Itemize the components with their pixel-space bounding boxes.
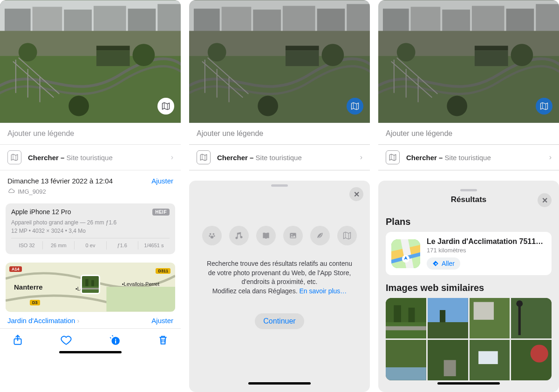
svg-point-35 bbox=[211, 236, 214, 238]
svg-point-33 bbox=[209, 235, 210, 237]
home-indicator[interactable] bbox=[437, 382, 500, 385]
similar-image[interactable] bbox=[511, 298, 552, 338]
similar-image[interactable] bbox=[386, 340, 426, 380]
road-badge-d3: D3 bbox=[30, 300, 40, 305]
svg-rect-30 bbox=[115, 340, 116, 344]
svg-rect-42 bbox=[428, 322, 468, 338]
visual-lookup-row: Chercher – Site touristique › bbox=[378, 145, 559, 170]
svg-rect-41 bbox=[428, 298, 468, 322]
close-button[interactable]: ✕ bbox=[538, 193, 552, 207]
caption-input: Ajouter une légende bbox=[189, 123, 370, 145]
svg-rect-45 bbox=[473, 302, 493, 320]
filename-row: IMG_9092 bbox=[7, 188, 173, 195]
svg-point-31 bbox=[210, 233, 211, 235]
similar-image[interactable] bbox=[428, 340, 468, 380]
caption-input: Ajouter une légende bbox=[378, 123, 559, 145]
svg-rect-43 bbox=[440, 310, 445, 322]
continue-button[interactable]: Continuer bbox=[255, 313, 304, 329]
photo-preview[interactable] bbox=[0, 0, 181, 123]
visual-lookup-row: Chercher – Site touristique › bbox=[189, 145, 370, 170]
lookup-intro-sheet: ✕ Recherche trouve des résultats relatif… bbox=[189, 181, 370, 392]
svg-rect-54 bbox=[478, 351, 498, 364]
similar-images-grid bbox=[386, 298, 552, 380]
sheet-grabber[interactable] bbox=[460, 189, 477, 191]
svg-rect-49 bbox=[386, 340, 426, 367]
map-badge-button[interactable] bbox=[157, 98, 174, 115]
results-title: Résultats bbox=[451, 195, 487, 204]
exif-iso: ISO 32 bbox=[11, 241, 43, 250]
exif-focal: 26 mm bbox=[43, 241, 75, 250]
category-leaf-icon bbox=[310, 226, 330, 245]
location-name-link[interactable]: Jardin d'Acclimatation› bbox=[7, 317, 79, 324]
share-button[interactable] bbox=[11, 333, 24, 346]
results-sheet: Résultats ✕ Plans Le Jardin d'Accli bbox=[378, 181, 559, 392]
category-map-icon bbox=[337, 226, 357, 245]
info-lookup-button[interactable] bbox=[108, 333, 121, 346]
delete-button[interactable] bbox=[157, 333, 170, 346]
category-book-icon bbox=[256, 226, 276, 245]
svg-point-32 bbox=[213, 233, 215, 235]
lookup-info-text: Recherche trouve des résultats relatifs … bbox=[207, 259, 352, 296]
svg-point-38 bbox=[291, 234, 293, 236]
similar-image[interactable] bbox=[428, 298, 468, 338]
category-image-icon bbox=[283, 226, 303, 245]
map-photo-pin bbox=[81, 275, 100, 294]
apple-maps-icon bbox=[391, 239, 420, 268]
photo-toolbar bbox=[0, 328, 181, 346]
similar-image[interactable] bbox=[511, 340, 552, 380]
svg-rect-26 bbox=[106, 287, 175, 311]
visual-lookup-row[interactable]: Chercher – Site touristique › bbox=[0, 145, 181, 170]
camera-model: Apple iPhone 12 Pro bbox=[11, 208, 71, 216]
camera-info-card: Apple iPhone 12 Pro HEIF Appareil photo … bbox=[6, 203, 175, 254]
home-indicator[interactable] bbox=[59, 351, 122, 353]
similar-image[interactable] bbox=[386, 298, 426, 338]
specs-line: 12 MP • 4032 × 3024 • 3,4 Mo bbox=[11, 228, 170, 234]
favorite-button[interactable] bbox=[60, 333, 73, 346]
panel-2-lookup-intro: Ajouter une légende Chercher – Site tour… bbox=[189, 0, 370, 392]
caption-input[interactable]: Ajouter une légende bbox=[0, 123, 181, 145]
exif-ev: 0 ev bbox=[75, 241, 106, 250]
road-badge-a14: A14 bbox=[9, 266, 22, 272]
chevron-right-icon: › bbox=[171, 153, 173, 162]
svg-point-34 bbox=[213, 235, 215, 237]
exif-fstop: ƒ1.6 bbox=[107, 241, 138, 250]
maps-result-card[interactable]: Le Jardin d'Acclimatation 75116 Pa… 171 … bbox=[386, 232, 552, 275]
place-distance: 171 kilomètres bbox=[427, 247, 546, 254]
svg-rect-36 bbox=[266, 233, 266, 239]
location-map[interactable]: A14 D311 D3 Nanterre •La I •Levallois-Pe… bbox=[6, 263, 175, 312]
place-title: Le Jardin d'Acclimatation 75116 Pa… bbox=[427, 237, 546, 246]
lens-info: Appareil photo grand angle — 26 mm ƒ1.6 bbox=[11, 219, 170, 226]
adjust-date-button[interactable]: Ajuster bbox=[151, 177, 173, 185]
map-label-lev: •Levallois-Perret bbox=[122, 281, 159, 287]
category-paw-icon bbox=[202, 226, 222, 245]
home-indicator[interactable] bbox=[248, 382, 311, 385]
svg-point-56 bbox=[531, 345, 548, 362]
format-badge: HEIF bbox=[152, 209, 170, 216]
svg-rect-52 bbox=[443, 360, 456, 376]
map-icon bbox=[386, 150, 400, 164]
adjust-location-button[interactable]: Ajuster bbox=[151, 317, 173, 324]
svg-rect-50 bbox=[386, 367, 426, 380]
road-badge-d311: D311 bbox=[156, 268, 170, 274]
close-button[interactable]: ✕ bbox=[349, 187, 363, 201]
map-icon bbox=[197, 150, 211, 164]
section-plans-title: Plans bbox=[386, 216, 552, 227]
icloud-icon bbox=[7, 188, 15, 195]
svg-point-48 bbox=[517, 300, 523, 307]
similar-image[interactable] bbox=[470, 340, 510, 380]
photo-date: Dimanche 13 février 2022 à 12:04 bbox=[7, 177, 113, 185]
exif-shutter: 1/4651 s bbox=[138, 241, 170, 250]
similar-image[interactable] bbox=[470, 298, 510, 338]
panel-1-photo-info: Ajouter une légende Chercher – Site tour… bbox=[0, 0, 181, 392]
svg-rect-29 bbox=[115, 339, 116, 340]
sheet-grabber[interactable] bbox=[271, 184, 288, 187]
lookup-text: Chercher – Site touristique bbox=[28, 154, 113, 162]
section-similar-title: Images web similaires bbox=[386, 283, 552, 293]
learn-more-link[interactable]: En savoir plus… bbox=[299, 287, 347, 295]
panel-3-results: Ajouter une légende Chercher – Site tour… bbox=[378, 0, 559, 392]
category-music-icon bbox=[229, 226, 249, 245]
map-icon bbox=[7, 150, 21, 164]
go-button[interactable]: Aller bbox=[427, 257, 460, 270]
map-badge-button-active bbox=[347, 98, 363, 115]
map-badge-button-active bbox=[536, 98, 552, 115]
